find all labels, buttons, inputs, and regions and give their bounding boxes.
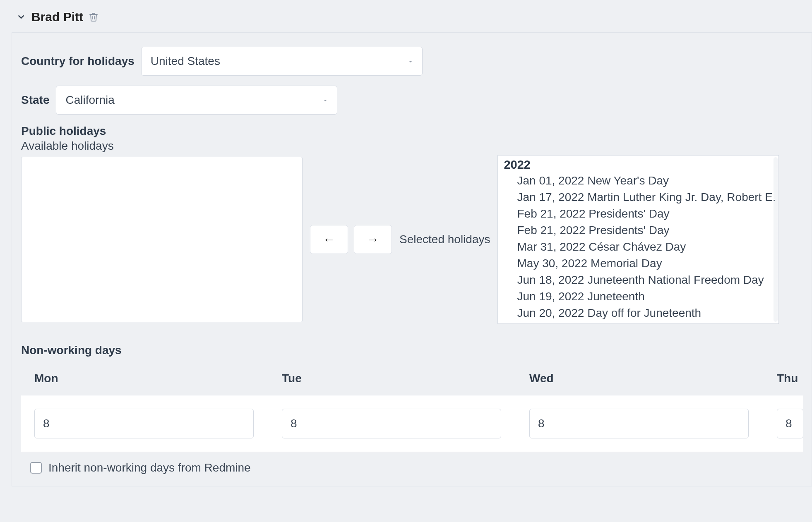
days-header-row: Mon Tue Wed Thu	[21, 366, 803, 395]
caret-down-icon	[407, 55, 414, 68]
selected-holidays-label: Selected holidays	[399, 233, 490, 246]
country-label: Country for holidays	[21, 55, 135, 68]
day-col-wed: Wed	[529, 372, 777, 385]
arrow-right-icon: →	[367, 232, 379, 247]
trash-icon[interactable]	[88, 12, 99, 22]
state-select[interactable]: California	[56, 86, 337, 115]
state-value: California	[65, 93, 114, 107]
non-working-days-title: Non-working days	[21, 344, 803, 357]
day-col-tue: Tue	[282, 372, 529, 385]
list-item[interactable]: Jun 19, 2022 Juneteenth	[504, 288, 776, 305]
arrow-left-icon: ←	[323, 232, 335, 247]
move-right-button[interactable]: →	[354, 225, 392, 254]
list-item[interactable]: May 30, 2022 Memorial Day	[504, 255, 776, 272]
available-holidays-label: Available holidays	[21, 139, 803, 153]
list-item[interactable]: Jun 18, 2022 Juneteenth National Freedom…	[504, 272, 776, 288]
selected-holidays-listbox[interactable]: 2022 Jan 01, 2022 New Year's Day Jan 17,…	[497, 155, 779, 324]
chevron-down-icon[interactable]	[16, 12, 26, 22]
available-holidays-listbox[interactable]	[21, 157, 303, 322]
public-holidays-title: Public holidays	[21, 125, 803, 138]
inherit-label: Inherit non-working days from Redmine	[48, 461, 251, 474]
list-item[interactable]: Jan 01, 2022 New Year's Day	[504, 172, 776, 189]
country-value: United States	[151, 55, 220, 68]
move-left-button[interactable]: ←	[310, 225, 348, 254]
list-item[interactable]: Mar 31, 2022 César Chávez Day	[504, 239, 776, 255]
list-item[interactable]: Feb 21, 2022 Presidents' Day	[504, 222, 776, 239]
hours-input-mon[interactable]	[34, 409, 254, 438]
inherit-checkbox[interactable]	[30, 462, 42, 474]
list-item[interactable]: Jan 17, 2022 Martin Luther King Jr. Day,…	[504, 189, 776, 206]
hours-input-wed[interactable]	[529, 409, 749, 438]
settings-panel: Country for holidays United States State…	[12, 32, 812, 486]
days-input-row	[21, 395, 803, 452]
user-name: Brad Pitt	[31, 10, 83, 24]
state-label: State	[21, 93, 49, 107]
day-col-mon: Mon	[34, 372, 282, 385]
list-item[interactable]: Feb 21, 2022 Presidents' Day	[504, 206, 776, 222]
user-header: Brad Pitt	[12, 10, 812, 24]
year-group-label: 2022	[504, 158, 776, 172]
hours-input-tue[interactable]	[282, 409, 501, 438]
country-select[interactable]: United States	[141, 47, 423, 76]
list-item[interactable]: Jun 20, 2022 Day off for Juneteenth	[504, 305, 776, 321]
hours-input-thu[interactable]	[777, 409, 803, 438]
caret-down-icon	[322, 93, 329, 107]
day-col-thu: Thu	[777, 372, 803, 385]
